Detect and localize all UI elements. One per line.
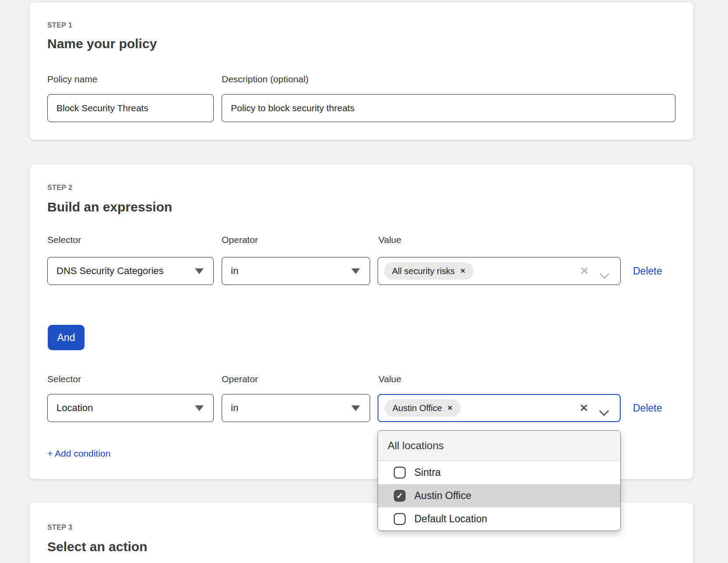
clear-selection-icon[interactable]: ✕ [580,266,589,276]
checkbox-checked[interactable]: ✓ [394,490,406,502]
policy-name-input[interactable] [47,94,214,122]
dropdown-arrow-icon [351,268,360,274]
and-button[interactable]: And [48,325,85,350]
policy-builder-page: STEP 1 Name your policy Policy name Desc… [0,0,728,563]
step2-label: STEP 2 [47,184,72,192]
step1-card: STEP 1 Name your policy Policy name Desc… [30,2,693,140]
dropdown-option-label: Sintra [414,467,441,479]
step3-label: STEP 3 [47,524,72,531]
checkbox-unchecked[interactable] [394,513,406,525]
value-field-2[interactable]: Austin Office ✕ ✕ [378,394,621,422]
selector-select-1[interactable]: DNS Security Categories [47,257,214,285]
operator-column-label: Operator [222,374,258,384]
dropdown-arrow-icon [351,405,360,411]
dropdown-arrow-icon [195,268,204,274]
value-tag: All security risks ✕ [384,262,474,280]
dropdown-group-all-locations[interactable]: All locations [378,431,620,461]
tag-remove-icon[interactable]: ✕ [447,404,453,412]
dropdown-option-austin-office[interactable]: ✓ Austin Office [378,484,620,507]
selector-select-1-value: DNS Security Categories [57,265,164,277]
value-tag: Austin Office ✕ [385,399,461,417]
delete-condition-2-button[interactable]: Delete [633,402,662,414]
value-column-label: Value [378,374,401,384]
operator-column-label: Operator [222,235,258,245]
step2-title: Build an expression [47,200,172,215]
step3-title: Select an action [47,539,147,554]
operator-select-1-value: in [231,265,238,277]
value-tag-label: Austin Office [392,403,442,413]
checkbox-unchecked[interactable] [394,467,406,479]
dropdown-arrow-icon [195,405,204,411]
step1-title: Name your policy [47,36,157,51]
check-icon: ✓ [396,492,403,500]
selector-select-2-value: Location [57,402,93,414]
operator-select-1[interactable]: in [222,257,370,285]
step1-label: STEP 1 [47,21,72,29]
description-input[interactable] [222,94,675,122]
chevron-down-icon[interactable] [600,408,608,416]
value-tag-label: All security risks [392,266,455,276]
location-dropdown-menu: All locations Sintra ✓ Austin Office Def… [378,430,621,531]
dropdown-option-default-location[interactable]: Default Location [378,507,620,531]
description-label: Description (optional) [222,74,308,84]
delete-condition-1-button[interactable]: Delete [633,265,662,277]
selector-select-2[interactable]: Location [47,394,214,422]
selector-column-label: Selector [47,374,81,384]
dropdown-option-label: Austin Office [414,490,471,502]
value-field-1[interactable]: All security risks ✕ ✕ [378,257,621,285]
dropdown-option-label: Default Location [414,513,487,525]
add-condition-button[interactable]: + Add condition [47,448,110,459]
value-column-label: Value [378,235,401,245]
clear-selection-icon[interactable]: ✕ [580,403,588,413]
policy-name-label: Policy name [47,74,97,84]
operator-select-2-value: in [231,402,238,414]
selector-column-label: Selector [47,235,81,245]
chevron-down-icon[interactable] [600,271,608,279]
tag-remove-icon[interactable]: ✕ [460,267,466,275]
operator-select-2[interactable]: in [222,394,370,422]
dropdown-option-sintra[interactable]: Sintra [378,461,620,484]
